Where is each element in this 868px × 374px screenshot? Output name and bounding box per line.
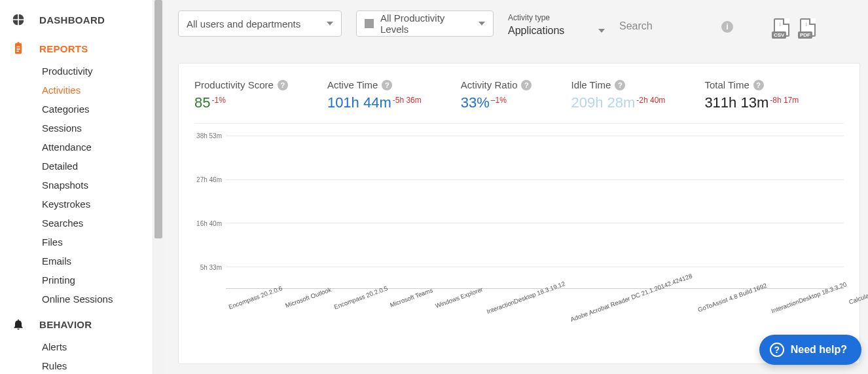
nav-behavior-label: BEHAVIOR	[39, 319, 92, 330]
metric-delta: -1%	[211, 96, 225, 105]
productivity-levels-dropdown[interactable]: All Productivity Levels	[356, 10, 494, 37]
nav-dashboard-label: DASHBOARD	[39, 14, 105, 26]
need-help-button[interactable]: ? Need help?	[759, 335, 861, 365]
metric-activity-ratio: Activity Ratio ?33%–1%	[461, 79, 532, 111]
report-card: Productivity Score ?85-1%Active Time ?10…	[178, 63, 860, 364]
levels-dropdown-label: All Productivity Levels	[380, 12, 473, 35]
sidebar-item-categories[interactable]: Categories	[42, 100, 153, 119]
export-icons: ↓ CSV ↓ PDF	[774, 18, 816, 37]
sidebar-item-files[interactable]: Files	[42, 233, 153, 252]
help-icon[interactable]: ?	[278, 80, 288, 90]
nav-section-dashboard: DASHBOARD	[0, 7, 153, 33]
metric-value: 311h 13m-8h 17m	[704, 94, 799, 111]
need-help-label: Need help?	[791, 344, 847, 356]
x-label: InteractionDesktop 18.3.19.12	[486, 280, 577, 344]
sidebar-item-rules[interactable]: Rules	[42, 356, 153, 374]
metric-delta: –1%	[491, 96, 507, 105]
bell-icon	[12, 318, 25, 331]
nav-reports[interactable]: REPORTS	[0, 35, 153, 62]
sidebar-scrollbar-thumb[interactable]	[154, 0, 162, 238]
x-label: GoToAssist 4.8 Build 1692	[697, 282, 779, 343]
y-tick: 16h 40m	[196, 219, 222, 227]
search-wrap: i	[619, 16, 740, 37]
metric-idle-time: Idle Time ?209h 28m-2h 40m	[571, 79, 665, 111]
nav-reports-items: ProductivityActivitiesCategoriesSessions…	[42, 62, 153, 309]
sidebar-item-printing[interactable]: Printing	[42, 271, 153, 290]
metric-value: 101h 44m-5h 36m	[327, 94, 422, 111]
sidebar-item-alerts[interactable]: Alerts	[42, 337, 153, 356]
export-pdf-button[interactable]: ↓ PDF	[800, 18, 816, 37]
metric-delta: -8h 17m	[770, 96, 799, 105]
nav-section-reports: REPORTS ProductivityActivitiesCategories…	[0, 35, 153, 309]
users-dropdown[interactable]: All users and departments	[178, 10, 342, 37]
chart-plot	[226, 136, 844, 289]
nav-section-behavior: BEHAVIOR AlertsRules	[0, 311, 153, 374]
x-label: InteractionDesktop 18.3.3.20	[770, 280, 858, 343]
nav-behavior[interactable]: BEHAVIOR	[0, 311, 153, 337]
grid-line	[226, 179, 844, 180]
grid-line	[226, 136, 844, 136]
nav-dashboard[interactable]: DASHBOARD	[0, 7, 153, 33]
x-label: Encompass 20.2.0.6	[228, 284, 294, 339]
sidebar-item-attendance[interactable]: Attendance	[42, 138, 153, 157]
x-label: Windows Explorer	[434, 286, 494, 339]
metric-delta: -2h 40m	[636, 96, 665, 105]
help-icon[interactable]: ?	[753, 80, 764, 90]
activities-chart: 38h 53m27h 46m16h 40m5h 33m Encompass 20…	[194, 130, 844, 327]
x-label: Microsoft Teams	[389, 286, 444, 337]
users-dropdown-label: All users and departments	[187, 18, 321, 29]
chart-x-labels: Encompass 20.2.0.6Microsoft OutlookEncom…	[226, 289, 844, 327]
grid-line	[226, 267, 844, 267]
sidebar-item-online-sessions[interactable]: Online Sessions	[42, 290, 153, 309]
pie-chart-icon	[12, 13, 25, 26]
help-icon[interactable]: ?	[521, 80, 532, 90]
sidebar-item-emails[interactable]: Emails	[42, 252, 153, 271]
metric-total-time: Total Time ?311h 13m-8h 17m	[704, 79, 799, 111]
metric-label: Activity Ratio ?	[461, 79, 532, 90]
x-label: Microsoft Outlook	[284, 286, 342, 338]
sidebar-item-snapshots[interactable]: Snapshots	[42, 176, 153, 195]
main-area: All users and departments All Productivi…	[164, 0, 868, 374]
pdf-tag: PDF	[798, 31, 812, 39]
activity-type-label: Activity type	[508, 13, 605, 22]
y-tick: 5h 33m	[200, 263, 222, 271]
metric-label: Total Time ?	[704, 79, 799, 90]
csv-tag: CSV	[772, 31, 786, 39]
sidebar-item-searches[interactable]: Searches	[42, 214, 153, 233]
metric-delta: -5h 36m	[393, 96, 422, 105]
sidebar-item-activities[interactable]: Activities	[42, 81, 153, 100]
chevron-down-icon	[327, 22, 333, 26]
y-tick: 27h 46m	[196, 176, 222, 183]
y-tick: 38h 53m	[196, 132, 222, 140]
nav-reports-label: REPORTS	[39, 43, 88, 54]
help-question-icon: ?	[770, 343, 784, 357]
sidebar-item-productivity[interactable]: Productivity	[42, 62, 153, 81]
metrics-row: Productivity Score ?85-1%Active Time ?10…	[194, 79, 844, 124]
chevron-down-icon	[479, 22, 485, 26]
sidebar-item-sessions[interactable]: Sessions	[42, 119, 153, 138]
sidebar-item-detailed[interactable]: Detailed	[42, 157, 153, 176]
metric-label: Active Time ?	[327, 79, 422, 90]
sidebar-item-keystrokes[interactable]: Keystrokes	[42, 195, 153, 214]
help-icon[interactable]: ?	[615, 80, 625, 90]
chart-bars	[226, 136, 844, 288]
metric-active-time: Active Time ?101h 44m-5h 36m	[327, 79, 422, 111]
info-icon[interactable]: i	[721, 21, 733, 33]
metric-label: Idle Time ?	[571, 79, 665, 90]
search-input[interactable]	[619, 16, 717, 37]
filter-bar: All users and departments All Productivi…	[164, 0, 868, 48]
metric-value: 33%–1%	[461, 94, 532, 111]
metric-value: 85-1%	[194, 94, 288, 111]
help-icon[interactable]: ?	[382, 80, 392, 90]
chevron-down-icon	[598, 29, 605, 33]
metric-label: Productivity Score ?	[194, 79, 288, 90]
sidebar: DASHBOARD REPORTS ProductivityActivities…	[0, 0, 153, 374]
metric-productivity-score: Productivity Score ?85-1%	[194, 79, 288, 111]
metric-value: 209h 28m-2h 40m	[571, 94, 665, 111]
x-label: Encompass 20.2.0.5	[333, 284, 399, 339]
chart-y-axis: 38h 53m27h 46m16h 40m5h 33m	[194, 130, 226, 294]
activity-type-dropdown[interactable]: Activity type Applications	[508, 13, 605, 37]
level-swatch-icon	[365, 19, 374, 28]
export-csv-button[interactable]: ↓ CSV	[774, 18, 789, 37]
clipboard-icon	[12, 42, 25, 55]
